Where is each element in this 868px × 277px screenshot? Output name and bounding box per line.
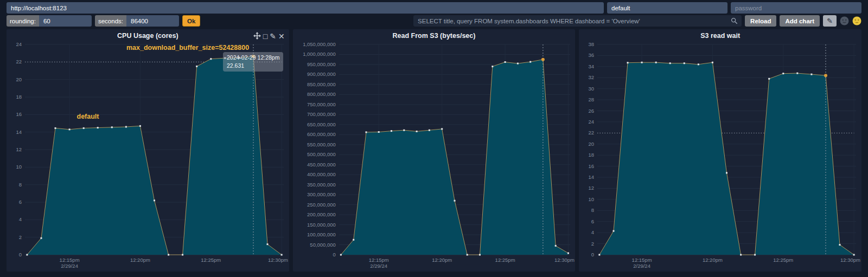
edit-mode-button[interactable]: ✎ bbox=[823, 15, 837, 27]
svg-text:12:15pm: 12:15pm bbox=[60, 257, 80, 263]
svg-text:32: 32 bbox=[589, 74, 595, 80]
svg-text:26: 26 bbox=[589, 108, 595, 114]
query-input[interactable] bbox=[413, 15, 742, 27]
svg-text:20: 20 bbox=[16, 76, 22, 82]
svg-text:22: 22 bbox=[589, 130, 595, 136]
svg-text:36: 36 bbox=[589, 52, 595, 58]
svg-text:900,000,000: 900,000,000 bbox=[307, 71, 336, 77]
dark-theme-moon-icon[interactable] bbox=[840, 16, 849, 25]
rounding-input[interactable] bbox=[39, 15, 92, 27]
svg-text:0: 0 bbox=[333, 252, 335, 257]
svg-text:38: 38 bbox=[589, 41, 595, 47]
seconds-param: seconds: bbox=[95, 15, 179, 27]
svg-text:12:15pm: 12:15pm bbox=[368, 257, 388, 263]
seconds-input[interactable] bbox=[126, 15, 179, 27]
reload-button[interactable]: Reload bbox=[745, 15, 776, 27]
add-chart-button[interactable]: Add chart bbox=[780, 15, 820, 27]
svg-text:12:25pm: 12:25pm bbox=[495, 257, 515, 263]
close-icon[interactable]: ✕ bbox=[278, 33, 285, 40]
svg-text:12:25pm: 12:25pm bbox=[774, 257, 794, 263]
svg-text:150,000,000: 150,000,000 bbox=[307, 222, 336, 228]
dashboard-query bbox=[413, 15, 742, 27]
move-icon[interactable] bbox=[253, 32, 261, 41]
svg-text:22: 22 bbox=[16, 59, 22, 65]
svg-text:10: 10 bbox=[16, 164, 22, 170]
svg-text:2: 2 bbox=[591, 241, 594, 247]
rounding-label: rounding: bbox=[7, 15, 39, 27]
svg-text:24: 24 bbox=[589, 119, 595, 125]
svg-text:10: 10 bbox=[589, 196, 595, 202]
rounding-param: rounding: bbox=[7, 15, 92, 27]
s3-read-wait-plot[interactable]: 0246810121416182022242628303234363812:15… bbox=[579, 41, 861, 271]
seconds-label: seconds: bbox=[95, 15, 126, 27]
edit-icon[interactable]: ✎ bbox=[270, 33, 276, 40]
svg-text:28: 28 bbox=[589, 96, 595, 102]
tooltip-timestamp: 2024-02-29 12:28pm bbox=[227, 54, 280, 62]
svg-text:350,000,000: 350,000,000 bbox=[307, 182, 336, 188]
svg-text:12:25pm: 12:25pm bbox=[201, 257, 221, 263]
svg-text:14: 14 bbox=[589, 174, 595, 180]
svg-text:100,000,000: 100,000,000 bbox=[307, 231, 336, 237]
svg-text:950,000,000: 950,000,000 bbox=[307, 61, 336, 67]
svg-text:200,000,000: 200,000,000 bbox=[307, 211, 336, 217]
svg-text:1,050,000,000: 1,050,000,000 bbox=[303, 41, 336, 47]
charts-row: CPU Usage (cores) □ ✎ ✕ 0246810121416182… bbox=[7, 29, 861, 272]
svg-text:12: 12 bbox=[589, 185, 595, 191]
svg-text:16: 16 bbox=[16, 111, 22, 117]
svg-text:300,000,000: 300,000,000 bbox=[307, 191, 336, 197]
svg-text:6: 6 bbox=[591, 218, 594, 224]
clickhouse-dashboard: rounding: seconds: Ok Reload Add chart ✎… bbox=[0, 0, 868, 277]
user-input[interactable] bbox=[607, 2, 727, 14]
svg-text:600,000,000: 600,000,000 bbox=[307, 131, 336, 137]
svg-text:400,000,000: 400,000,000 bbox=[307, 171, 336, 177]
read-from-s3-plot[interactable]: 050,000,000100,000,000150,000,000200,000… bbox=[293, 41, 576, 271]
svg-text:8: 8 bbox=[19, 182, 22, 188]
svg-text:8: 8 bbox=[591, 207, 594, 213]
chart-toolbar: □ ✎ ✕ bbox=[253, 32, 285, 41]
svg-text:34: 34 bbox=[589, 63, 595, 69]
svg-text:0: 0 bbox=[19, 252, 22, 257]
chart-panel-cpu-usage: CPU Usage (cores) □ ✎ ✕ 0246810121416182… bbox=[7, 29, 289, 272]
svg-text:14: 14 bbox=[16, 129, 22, 135]
svg-text:6: 6 bbox=[19, 199, 22, 205]
svg-text:12:30pm: 12:30pm bbox=[840, 257, 860, 263]
svg-text:550,000,000: 550,000,000 bbox=[307, 141, 336, 147]
svg-text:700,000,000: 700,000,000 bbox=[307, 111, 336, 117]
maximize-icon[interactable]: □ bbox=[263, 33, 267, 40]
svg-text:750,000,000: 750,000,000 bbox=[307, 101, 336, 107]
ok-button[interactable]: Ok bbox=[182, 15, 200, 27]
tooltip-value: 22.631 bbox=[227, 62, 280, 70]
connection-bar bbox=[7, 2, 861, 14]
chart-title: Read From S3 (bytes/sec) bbox=[293, 29, 576, 41]
search-icon[interactable] bbox=[731, 17, 738, 24]
svg-text:0: 0 bbox=[591, 252, 594, 257]
svg-text:12:30pm: 12:30pm bbox=[268, 257, 288, 263]
svg-text:2/29/24: 2/29/24 bbox=[370, 263, 387, 269]
params-bar: rounding: seconds: Ok Reload Add chart ✎ bbox=[7, 15, 861, 27]
svg-text:250,000,000: 250,000,000 bbox=[307, 202, 336, 208]
svg-text:12:20pm: 12:20pm bbox=[432, 257, 452, 263]
password-input[interactable] bbox=[731, 2, 861, 14]
cpu-usage-plot[interactable]: 02468101214161820222412:15pm2/29/2412:20… bbox=[7, 41, 289, 271]
svg-text:12:20pm: 12:20pm bbox=[703, 257, 723, 263]
svg-text:24: 24 bbox=[16, 41, 22, 47]
chart-title: CPU Usage (cores) bbox=[7, 29, 289, 41]
svg-text:12:20pm: 12:20pm bbox=[130, 257, 150, 263]
svg-text:2/29/24: 2/29/24 bbox=[61, 263, 78, 269]
svg-text:16: 16 bbox=[589, 163, 595, 169]
light-theme-sun-icon[interactable] bbox=[852, 16, 861, 25]
svg-text:12:15pm: 12:15pm bbox=[632, 257, 652, 263]
chart-tooltip: 2024-02-29 12:28pm 22.631 bbox=[223, 52, 284, 71]
svg-text:2/29/24: 2/29/24 bbox=[634, 263, 651, 269]
svg-text:4: 4 bbox=[19, 216, 22, 222]
svg-text:450,000,000: 450,000,000 bbox=[307, 162, 336, 168]
svg-text:12: 12 bbox=[16, 146, 22, 152]
url-input[interactable] bbox=[7, 2, 604, 14]
svg-text:50,000,000: 50,000,000 bbox=[310, 242, 336, 248]
svg-text:650,000,000: 650,000,000 bbox=[307, 121, 336, 127]
pencil-icon: ✎ bbox=[827, 17, 833, 25]
svg-text:20: 20 bbox=[589, 141, 595, 147]
chart-title: S3 read wait bbox=[579, 29, 861, 41]
chart-annotation: default bbox=[76, 113, 99, 120]
svg-text:4: 4 bbox=[591, 229, 594, 235]
